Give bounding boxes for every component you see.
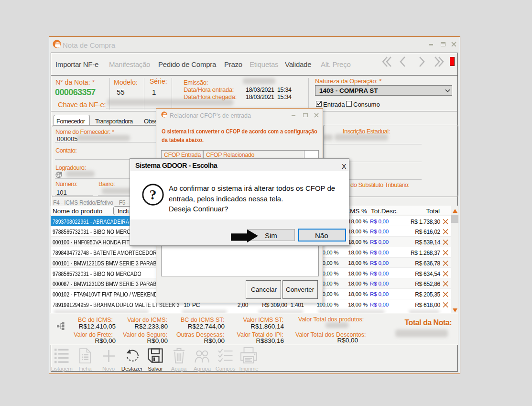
svg-text:?: ?: [150, 187, 157, 202]
